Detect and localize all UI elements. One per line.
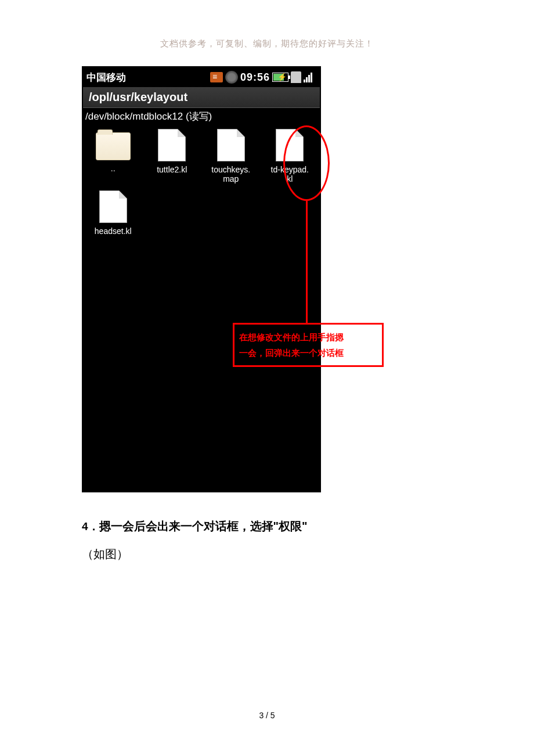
mount-info: /dev/block/mtdblock12 (读写) <box>83 108 320 124</box>
file-icon <box>217 129 245 161</box>
sync-icon <box>225 71 238 84</box>
path-bar[interactable]: /opl/usr/keylayout <box>83 87 320 108</box>
file-tuttle2[interactable]: tuttle2.kl <box>143 129 201 187</box>
file-label: touchkeys. map <box>211 165 250 183</box>
signal-icon <box>304 72 316 82</box>
status-bar: 中国移动 09:56 ⚡ <box>83 67 320 87</box>
file-label: tuttle2.kl <box>157 165 187 174</box>
page-number: 3 / 5 <box>0 711 534 720</box>
step-number: 4． <box>82 520 99 532</box>
clock: 09:56 <box>240 71 270 84</box>
carrier-label: 中国移动 <box>86 71 126 84</box>
file-icon <box>158 129 186 161</box>
battery-icon: ⚡ <box>272 73 288 82</box>
annotation-connector <box>306 201 308 323</box>
folder-up[interactable]: .. <box>84 129 142 187</box>
step-text: 摁一会后会出来一个对话框，选择"权限" <box>99 520 308 532</box>
phone-screenshot: 中国移动 09:56 ⚡ /opl/usr/keylayout /dev/blo… <box>82 66 321 492</box>
annotation-text-2: 一会，回弹出来一个对话框 <box>239 345 377 361</box>
file-touchkeys-map[interactable]: touchkeys. map <box>202 129 260 187</box>
annotation-text-1: 在想修改文件的上用手指摁 <box>239 329 377 345</box>
file-grid: .. tuttle2.kl touchkeys. map td-keypad. … <box>83 124 320 253</box>
step-subtext: （如图） <box>82 540 452 568</box>
step-paragraph: 4．摁一会后会出来一个对话框，选择"权限" （如图） <box>82 512 452 568</box>
file-td-keypad[interactable]: td-keypad. kl <box>261 129 319 187</box>
folder-icon <box>96 132 131 160</box>
file-icon <box>276 129 304 161</box>
file-label: .. <box>111 164 116 173</box>
file-label: headset.kl <box>95 226 132 236</box>
file-icon <box>99 190 127 223</box>
doc-header-note: 文档供参考，可复制、编制，期待您的好评与关注！ <box>0 38 534 49</box>
file-label: td-keypad. kl <box>271 165 309 183</box>
file-headset[interactable]: headset.kl <box>84 190 142 249</box>
sim-icon <box>210 72 223 82</box>
annotation-callout: 在想修改文件的上用手指摁 一会，回弹出来一个对话框 <box>233 323 384 367</box>
sd-card-icon <box>291 71 301 83</box>
